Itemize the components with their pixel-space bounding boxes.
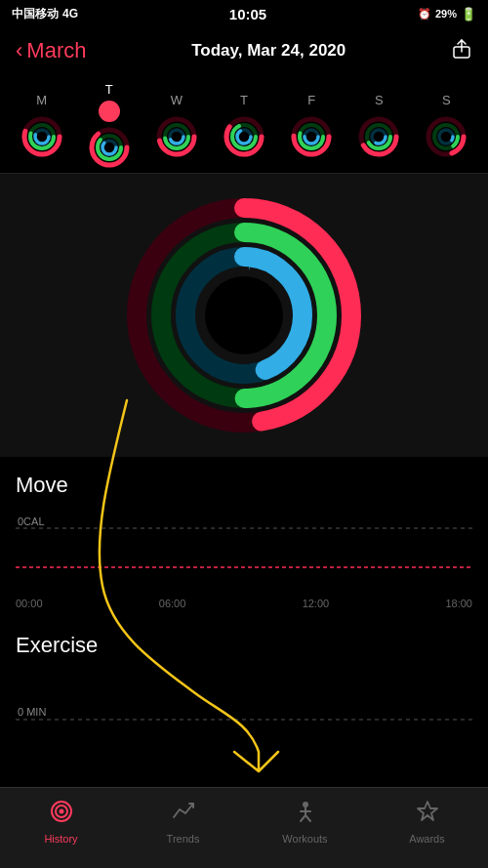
tab-trends-label: Trends [167,833,200,845]
exercise-stats-section: Exercise 0 MIN [0,621,488,752]
day-col-0[interactable]: M [13,93,71,158]
time-label-0: 00:00 [16,598,43,609]
move-stats-section: Move [0,457,488,514]
svg-text:↑: ↑ [246,259,252,272]
day-letter-2: W [171,93,183,107]
ring-small-4 [290,115,333,158]
time-label-1: 06:00 [159,598,186,609]
tab-workouts[interactable]: Workouts [244,798,366,845]
battery-text: 29% [435,8,457,20]
exercise-label: Exercise [16,633,472,658]
share-button[interactable] [451,38,472,64]
svg-point-53 [205,276,283,354]
ring-small-1 [88,126,131,169]
day-letter-4: F [307,93,315,107]
ring-small-3 [223,115,265,158]
tab-bar: History Trends Workouts [0,787,488,868]
back-chevron-icon: ‹ [16,40,22,62]
time-label-2: 12:00 [303,598,330,609]
svg-line-65 [305,815,310,821]
awards-icon [414,798,441,829]
tab-history[interactable]: History [0,798,122,845]
history-icon [48,798,75,829]
day-letter-0: M [36,93,47,107]
battery-icon: 🔋 [461,7,476,21]
move-label: Move [16,473,472,498]
move-chart-svg: 0CAL [16,514,472,592]
page-title: Today, Mar 24, 2020 [191,41,346,61]
week-row: M T W [0,78,488,173]
ring-small-2 [155,115,198,158]
day-col-6[interactable]: S [417,93,475,158]
tab-workouts-label: Workouts [282,833,327,845]
status-right: ⏰ 29% 🔋 [418,7,476,21]
chart-time-labels: 00:00 06:00 12:00 18:00 [16,596,472,609]
status-left: 中国移动 4G [12,6,78,22]
nav-header: ‹ March Today, Mar 24, 2020 [0,27,488,78]
svg-marker-67 [418,802,437,820]
ring-small-5 [357,115,400,158]
day-letter-6: S [442,93,451,107]
big-activity-ring: → → ↑ [122,193,366,437]
status-time: 10:05 [229,6,266,22]
svg-text:→: → [267,233,280,248]
move-chart-area: 0CAL 00:00 06:00 12:00 18:00 [0,514,488,621]
day-letter-3: T [240,93,248,107]
time-label-3: 18:00 [445,598,472,609]
exercise-chart: 0 MIN [16,666,472,744]
day-col-4[interactable]: F [282,93,341,158]
svg-text:0CAL: 0CAL [18,516,45,527]
activity-main: → → ↑ [0,174,488,457]
trends-icon [170,798,197,829]
tab-trends[interactable]: Trends [122,798,244,845]
workouts-icon [292,798,319,829]
back-button[interactable]: ‹ March [16,38,86,63]
status-bar: 中国移动 4G 10:05 ⏰ 29% 🔋 [0,0,488,27]
tab-awards[interactable]: Awards [366,798,488,845]
day-letter-5: S [375,93,384,107]
svg-point-61 [59,809,63,814]
ring-small-6 [425,115,468,158]
back-label: March [26,38,86,63]
alarm-icon: ⏰ [418,8,431,21]
day-col-5[interactable]: S [349,93,408,158]
tab-awards-label: Awards [409,833,444,845]
svg-text:→: → [262,209,274,224]
day-letter-1: T [105,82,113,97]
network-text: 4G [62,7,78,21]
svg-text:0 MIN: 0 MIN [18,706,46,718]
day-col-2[interactable]: W [147,93,206,158]
carrier-text: 中国移动 [12,6,59,22]
day-badge-1 [99,101,120,122]
day-col-1[interactable]: T [80,82,139,169]
day-col-3[interactable]: T [215,93,273,158]
ring-small-0 [20,115,63,158]
svg-line-64 [301,815,305,821]
tab-history-label: History [44,833,77,845]
